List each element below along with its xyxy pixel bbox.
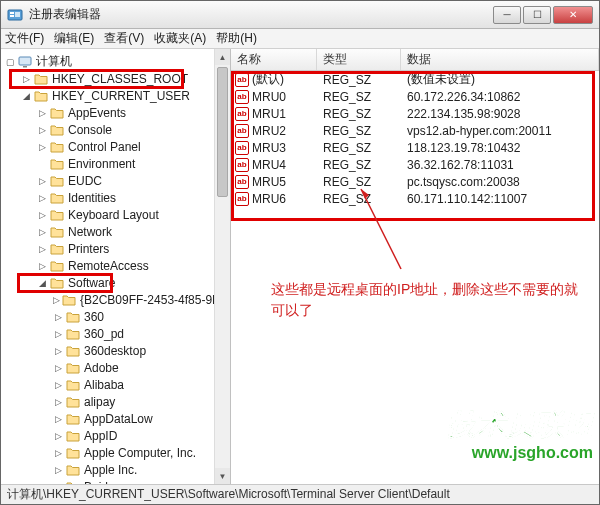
expand-icon[interactable]: ▷ <box>37 260 48 271</box>
folder-icon <box>50 175 64 187</box>
expand-icon[interactable]: ▷ <box>53 413 64 424</box>
expand-icon[interactable]: ▷ <box>53 294 60 305</box>
menu-edit[interactable]: 编辑(E) <box>54 30 94 47</box>
folder-icon <box>66 447 80 459</box>
value-data: 222.134.135.98:9028 <box>401 107 599 121</box>
folder-icon <box>50 124 64 136</box>
value-row[interactable]: abMRU1REG_SZ222.134.135.98:9028 <box>231 105 599 122</box>
scroll-down-button[interactable]: ▼ <box>215 468 230 484</box>
tree-node-label: Alibaba <box>84 378 124 392</box>
expand-icon[interactable]: ▷ <box>53 311 64 322</box>
tree-node-label: Software <box>68 276 115 290</box>
expand-icon[interactable]: ▷ <box>53 481 64 484</box>
tree-node[interactable]: ▷Apple Inc. <box>5 461 230 478</box>
expand-icon[interactable]: ▷ <box>21 73 32 84</box>
expand-icon[interactable]: ▷ <box>37 226 48 237</box>
expander-icon[interactable]: ▢ <box>5 56 16 67</box>
tree-node[interactable]: ◢Software <box>5 274 230 291</box>
tree-node[interactable]: ▷AppDataLow <box>5 410 230 427</box>
value-row[interactable]: abMRU3REG_SZ118.123.19.78:10432 <box>231 139 599 156</box>
tree-node[interactable]: ▷Baidu <box>5 478 230 484</box>
expand-icon[interactable]: ▷ <box>53 379 64 390</box>
col-type[interactable]: 类型 <box>317 49 401 70</box>
tree-node[interactable]: ▷Apple Computer, Inc. <box>5 444 230 461</box>
tree-node[interactable]: ▷Control Panel <box>5 138 230 155</box>
value-row[interactable]: abMRU5REG_SZpc.tsqysc.com:20038 <box>231 173 599 190</box>
tree-node[interactable]: ▷AppEvents <box>5 104 230 121</box>
tree-node[interactable]: ▷AppID <box>5 427 230 444</box>
tree-node[interactable]: ▷360 <box>5 308 230 325</box>
tree-node[interactable]: Environment <box>5 155 230 172</box>
expand-icon[interactable]: ▷ <box>37 141 48 152</box>
tree-node[interactable]: ▷Keyboard Layout <box>5 206 230 223</box>
value-row[interactable]: abMRU6REG_SZ60.171.110.142:11007 <box>231 190 599 207</box>
value-row[interactable]: ab(默认)REG_SZ(数值未设置) <box>231 71 599 88</box>
tree-node-label: Adobe <box>84 361 119 375</box>
tree-node[interactable]: ▷{B2CB09FF-2453-4f85-9F40-21C05E <box>5 291 230 308</box>
tree-node[interactable]: ▷Printers <box>5 240 230 257</box>
expand-icon[interactable]: ▷ <box>37 124 48 135</box>
tree-node-label: AppID <box>84 429 117 443</box>
value-row[interactable]: abMRU2REG_SZvps12.ab-hyper.com:20011 <box>231 122 599 139</box>
window-title: 注册表编辑器 <box>29 6 491 23</box>
expand-icon[interactable]: ▷ <box>53 362 64 373</box>
menu-view[interactable]: 查看(V) <box>104 30 144 47</box>
value-row[interactable]: abMRU0REG_SZ60.172.226.34:10862 <box>231 88 599 105</box>
expand-icon[interactable]: ▷ <box>53 345 64 356</box>
tree-node[interactable]: ▷Alibaba <box>5 376 230 393</box>
folder-icon <box>50 243 64 255</box>
collapse-icon[interactable]: ◢ <box>21 90 32 101</box>
expand-icon[interactable]: ▷ <box>37 175 48 186</box>
expand-icon[interactable] <box>37 158 48 169</box>
statusbar: 计算机\HKEY_CURRENT_USER\Software\Microsoft… <box>1 484 599 504</box>
computer-icon <box>18 56 32 68</box>
tree-node[interactable]: ▷alipay <box>5 393 230 410</box>
tree-node[interactable]: ▷EUDC <box>5 172 230 189</box>
tree-node[interactable]: ▷Identities <box>5 189 230 206</box>
value-name-cell: abMRU3 <box>231 141 317 155</box>
string-value-icon: ab <box>235 175 249 189</box>
tree-node[interactable]: ◢HKEY_CURRENT_USER <box>5 87 230 104</box>
registry-tree[interactable]: ▢ 计算机 ▷HKEY_CLASSES_ROOT◢HKEY_CURRENT_US… <box>1 49 231 484</box>
value-name: MRU3 <box>252 141 286 155</box>
scroll-thumb[interactable] <box>217 67 228 197</box>
tree-node[interactable]: ▷RemoteAccess <box>5 257 230 274</box>
minimize-button[interactable]: ─ <box>493 6 521 24</box>
maximize-button[interactable]: ☐ <box>523 6 551 24</box>
folder-icon <box>66 430 80 442</box>
menu-help[interactable]: 帮助(H) <box>216 30 257 47</box>
value-row[interactable]: abMRU4REG_SZ36.32.162.78:11031 <box>231 156 599 173</box>
tree-node[interactable]: ▷360desktop <box>5 342 230 359</box>
svg-rect-4 <box>19 57 31 65</box>
tree-node[interactable]: ▷Console <box>5 121 230 138</box>
collapse-icon[interactable]: ◢ <box>37 277 48 288</box>
expand-icon[interactable]: ▷ <box>53 430 64 441</box>
tree-node[interactable]: ▷360_pd <box>5 325 230 342</box>
tree-node-label: Network <box>68 225 112 239</box>
folder-icon <box>50 226 64 238</box>
col-data[interactable]: 数据 <box>401 49 599 70</box>
close-button[interactable]: ✕ <box>553 6 593 24</box>
menu-file[interactable]: 文件(F) <box>5 30 44 47</box>
tree-scrollbar[interactable]: ▲ ▼ <box>214 49 230 484</box>
col-name[interactable]: 名称 <box>231 49 317 70</box>
scroll-up-button[interactable]: ▲ <box>215 49 230 65</box>
folder-icon <box>50 141 64 153</box>
value-name: MRU5 <box>252 175 286 189</box>
expand-icon[interactable]: ▷ <box>53 464 64 475</box>
tree-node[interactable]: ▷Network <box>5 223 230 240</box>
expand-icon[interactable]: ▷ <box>37 209 48 220</box>
folder-icon <box>66 413 80 425</box>
tree-node[interactable]: ▷HKEY_CLASSES_ROOT <box>5 70 230 87</box>
expand-icon[interactable]: ▷ <box>37 192 48 203</box>
tree-node[interactable]: ▷Adobe <box>5 359 230 376</box>
tree-node-label: Identities <box>68 191 116 205</box>
tree-root[interactable]: ▢ 计算机 <box>5 53 230 70</box>
expand-icon[interactable]: ▷ <box>37 107 48 118</box>
expand-icon[interactable]: ▷ <box>37 243 48 254</box>
expand-icon[interactable]: ▷ <box>53 447 64 458</box>
menu-favorites[interactable]: 收藏夹(A) <box>154 30 206 47</box>
value-name: MRU1 <box>252 107 286 121</box>
expand-icon[interactable]: ▷ <box>53 328 64 339</box>
expand-icon[interactable]: ▷ <box>53 396 64 407</box>
